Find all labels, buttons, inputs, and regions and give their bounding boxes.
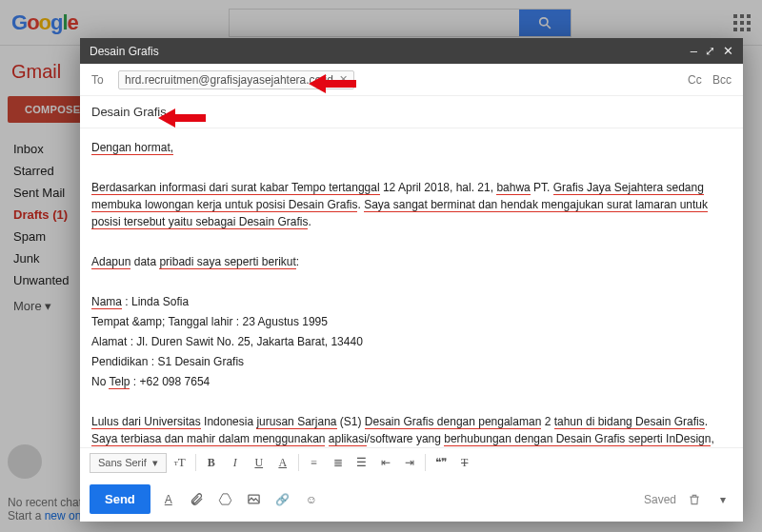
annotation-arrow-subject: [158, 105, 206, 131]
attach-icon[interactable]: [187, 489, 208, 510]
to-label: To: [91, 73, 118, 87]
dialog-title: Desain Grafis: [90, 45, 159, 58]
bcc-link[interactable]: Bcc: [712, 73, 732, 87]
font-size-icon[interactable]: тT: [170, 452, 190, 473]
minimize-icon[interactable]: –: [691, 44, 697, 58]
bullet-list-icon[interactable]: ☰: [351, 452, 372, 473]
format-toolbar: Sans Serif▾ тT B I U A ≡ ≣ ☰ ⇤ ⇥ ❝❞ T: [80, 447, 743, 477]
link-icon[interactable]: 🔗: [272, 489, 293, 510]
bold-icon[interactable]: B: [201, 452, 222, 473]
drive-icon[interactable]: [215, 489, 236, 510]
more-options-icon[interactable]: ▾: [712, 489, 733, 510]
quote-icon[interactable]: ❝❞: [431, 452, 451, 473]
svg-marker-4: [158, 108, 206, 128]
message-body[interactable]: Dengan hormat, Berdasarkan informasi dar…: [80, 128, 743, 447]
align-icon[interactable]: ≡: [304, 452, 325, 473]
saved-label: Saved: [644, 493, 676, 506]
close-icon[interactable]: ✕: [723, 44, 733, 58]
recipient-email: hrd.recruitmen@grafisjayasejahtera.co.id: [125, 73, 333, 87]
trash-icon[interactable]: [684, 489, 705, 510]
text-color-icon[interactable]: A: [272, 452, 293, 473]
dialog-titlebar[interactable]: Desain Grafis – ⤢ ✕: [80, 38, 743, 64]
format-toggle-icon[interactable]: A: [158, 489, 179, 510]
numbered-list-icon[interactable]: ≣: [328, 452, 349, 473]
clear-format-icon[interactable]: T: [454, 452, 475, 473]
underline-icon[interactable]: U: [249, 452, 270, 473]
expand-icon[interactable]: ⤢: [705, 44, 715, 58]
svg-marker-3: [309, 74, 356, 93]
annotation-arrow-to: [309, 70, 356, 97]
chevron-down-icon: ▾: [152, 457, 158, 469]
indent-less-icon[interactable]: ⇤: [375, 452, 396, 473]
emoji-icon[interactable]: ☺: [301, 489, 322, 510]
send-button[interactable]: Send: [90, 484, 150, 514]
italic-icon[interactable]: I: [225, 452, 246, 473]
send-bar: Send A 🔗 ☺ Saved ▾: [80, 477, 743, 522]
indent-more-icon[interactable]: ⇥: [399, 452, 420, 473]
font-select[interactable]: Sans Serif▾: [90, 453, 167, 473]
to-row[interactable]: To hrd.recruitmen@grafisjayasejahtera.co…: [80, 64, 743, 96]
cc-link[interactable]: Cc: [688, 73, 702, 87]
photo-icon[interactable]: [244, 489, 265, 510]
